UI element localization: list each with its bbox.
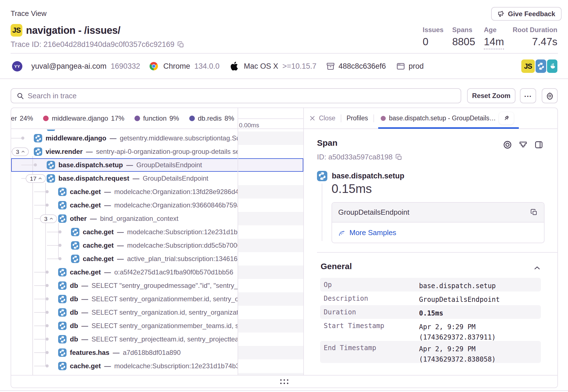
connector-dot — [46, 351, 49, 354]
give-feedback-button[interactable]: Give Feedback — [491, 7, 562, 21]
span-row[interactable]: features.has — a7d618b8df01a890 — [11, 346, 303, 359]
drag-handle[interactable] — [280, 379, 288, 384]
span-id-row: ID: a50d33a597ca8198 — [317, 153, 403, 161]
apple-icon — [229, 61, 240, 71]
span-row-label: cache.get — o:a5f42e275d1ac91fba90f0b570… — [70, 266, 233, 279]
toggle-sidebar-icon[interactable] — [534, 140, 543, 149]
span-description: sentry-api-0-organization-group-group-de… — [96, 148, 238, 156]
span-row[interactable]: db — SELECT "sentry_groupedmessage"."id"… — [11, 279, 303, 292]
expand-collapse-pill[interactable]: 3 — [12, 147, 29, 156]
span-row[interactable]: 3 view.render — sentry-api-0-organizatio… — [11, 145, 303, 158]
more-options-button[interactable]: ... — [520, 88, 536, 103]
legend-label: http.server — [11, 114, 17, 122]
span-row[interactable]: base.dispatch.setup — GroupDetailsEndpoi… — [11, 158, 303, 172]
environment-name: prod — [409, 62, 424, 71]
span-samples-card: GroupDetailsEndpoint More Samples — [332, 202, 545, 243]
span-row[interactable]: cache.get — modelcache:Subscription:12e2… — [11, 359, 303, 373]
span-row[interactable]: cache.get — o:a5f42e275d1ac91fba90f0b570… — [11, 266, 303, 279]
close-tab-label[interactable]: Close — [319, 114, 335, 122]
browser-name: Chrome — [163, 62, 190, 71]
span-op-row: base.dispatch.setup — [317, 171, 404, 181]
user-avatar[interactable]: YY — [12, 61, 22, 71]
general-row: Duration 0.15ms — [320, 305, 541, 319]
span-row-content: 17 base.dispatch.request — GroupDetailsE… — [11, 172, 238, 185]
view-profile-icon[interactable] — [519, 140, 527, 149]
span-op: view.render — [46, 148, 83, 156]
legend-item[interactable]: middleware.django 17% — [43, 114, 124, 122]
bottom-divider — [0, 390, 568, 391]
chevron-up-icon — [49, 217, 53, 221]
python-platform-icon — [536, 59, 546, 73]
pin-tab-button[interactable] — [499, 112, 514, 125]
legend-dot — [43, 116, 49, 121]
connector-dot — [46, 324, 49, 327]
child-count: 3 — [44, 216, 48, 222]
general-value: 0.15ms — [419, 305, 541, 319]
legend-item[interactable]: http.server 24% — [11, 114, 33, 122]
tab-separator — [373, 114, 374, 122]
stat-age-value[interactable]: 14m — [484, 36, 504, 49]
span-op: cache.get — [83, 255, 114, 263]
legend-dot — [189, 116, 195, 121]
span-row-label: cache.get — modelcache:Subscription:12e2… — [70, 359, 238, 373]
op-desc-separator: — — [132, 175, 139, 182]
span-row[interactable]: cache.get — modelcache:Organization:9366… — [11, 199, 303, 212]
panel-resize-divider[interactable] — [303, 108, 304, 375]
trace-view-page: Trace View JS navigation - /issues/ Trac… — [0, 0, 568, 392]
span-row[interactable]: db — SELECT sentry_organization.id, sent… — [11, 306, 303, 319]
header-divider — [11, 53, 558, 54]
legend-items-list: http.server 24% middleware.django 17% fu… — [11, 114, 234, 122]
drag-dot — [280, 379, 282, 381]
next-row-sliver — [238, 373, 303, 375]
tab-active-span[interactable]: base.dispatch.setup - GroupDetails… — [381, 114, 496, 122]
focus-span-icon[interactable] — [503, 140, 512, 149]
span-op: cache.get — [70, 201, 101, 209]
platform-icons: JS — [521, 59, 557, 73]
legend-item[interactable]: function 9% — [134, 114, 179, 122]
span-row[interactable]: cache.get — active_plan_trial:subscripti… — [11, 252, 303, 266]
span-row[interactable]: db — SELECT sentry_projectteam.id, sentr… — [11, 333, 303, 346]
expand-collapse-pill[interactable]: 3 — [40, 214, 57, 223]
python-op-icon — [71, 228, 79, 236]
span-row[interactable]: cache.get — modelcache:Subscription:12e2… — [11, 225, 303, 239]
expand-collapse-pill[interactable]: 17 — [26, 174, 46, 183]
legend-label: middleware.django — [52, 114, 108, 122]
op-desc-separator: — — [81, 322, 88, 330]
page-title: Trace View — [11, 9, 47, 18]
span-row-content: cache.get — modelcache:Subscription:12e2… — [11, 359, 238, 373]
span-row-content: db — SELECT sentry_organization.id, sent… — [11, 306, 238, 319]
general-key: Op — [320, 278, 419, 291]
span-row-label: cache.get — modelcache:Subscription:dd5c… — [83, 239, 238, 252]
collapse-general-icon[interactable] — [533, 264, 541, 272]
span-row[interactable]: cache.get — modelcache:Subscription:dd5c… — [11, 239, 303, 252]
reset-zoom-button[interactable]: Reset Zoom — [467, 88, 515, 103]
copy-icon[interactable] — [530, 209, 538, 216]
span-row[interactable]: db — SELECT sentry_organizationmember_te… — [11, 319, 303, 333]
trace-title: navigation - /issues/ — [26, 25, 120, 36]
span-row[interactable]: 17 base.dispatch.request — GroupDetailsE… — [11, 172, 303, 185]
tree-timeline-divider[interactable] — [238, 108, 238, 375]
settings-button[interactable] — [542, 88, 558, 103]
span-row[interactable]: middleware.django — getsentry.middleware… — [11, 132, 303, 145]
more-samples-link[interactable]: More Samples — [349, 228, 396, 237]
span-row-content: middleware.django — getsentry.middleware… — [11, 132, 238, 145]
copy-icon[interactable] — [177, 41, 184, 48]
span-description: modelcache:Subscription:12e231d1b74b3e9e… — [127, 228, 238, 236]
span-row[interactable]: cache.get — modelcache:Organization:13fd… — [11, 185, 303, 199]
span-section-title: Span — [317, 138, 337, 148]
span-row[interactable]: db — SELECT sentry_organizationmember.id… — [11, 292, 303, 306]
span-row[interactable]: 3 other — bind_organization_context — [11, 212, 303, 225]
tab-profiles[interactable]: Profiles — [347, 114, 368, 122]
legend-item[interactable]: db.redis 8% — [189, 114, 234, 122]
stat-root-duration-value: 7.47s — [513, 36, 557, 48]
span-op-dot — [381, 116, 386, 121]
close-icon[interactable] — [309, 115, 316, 121]
connector-branch — [34, 218, 41, 219]
ops-legend: http.server 24% middleware.django 17% fu… — [11, 108, 238, 129]
span-op: cache.get — [83, 228, 114, 236]
span-description: a7d618b8df01a890 — [123, 349, 181, 357]
copy-icon[interactable] — [395, 154, 403, 161]
span-op: cache.get — [83, 242, 114, 249]
search-input[interactable]: Search in trace — [11, 88, 461, 103]
span-op: db — [70, 295, 78, 303]
